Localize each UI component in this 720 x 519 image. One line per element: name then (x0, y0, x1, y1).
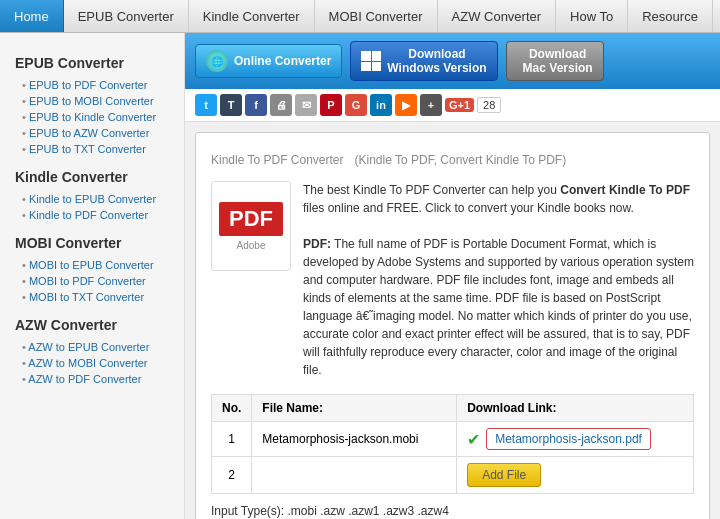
sidebar-section-epub: EPUB Converter (0, 43, 184, 77)
main-container: EPUB Converter EPUB to PDF Converter EPU… (0, 33, 720, 519)
share-icon[interactable]: ▶ (395, 94, 417, 116)
facebook-icon[interactable]: f (245, 94, 267, 116)
nav-item-about[interactable]: About (713, 0, 720, 32)
download-mac-button[interactable]: Download Mac Version (506, 41, 604, 81)
table-row: 1 Metamorphosis-jackson.mobi ✔ Metamorph… (212, 422, 694, 457)
nav-item-resource[interactable]: Resource (628, 0, 713, 32)
online-converter-button[interactable]: 🌐 Online Converter (195, 44, 342, 78)
sidebar-link-azw-pdf[interactable]: AZW to PDF Converter (0, 371, 184, 387)
converter-table: No. File Name: Download Link: 1 Metamorp… (211, 394, 694, 494)
share-count: 28 (477, 97, 501, 113)
print-icon[interactable]: 🖨 (270, 94, 292, 116)
sidebar: EPUB Converter EPUB to PDF Converter EPU… (0, 33, 185, 519)
sidebar-link-epub-txt[interactable]: EPUB to TXT Converter (0, 141, 184, 157)
intro-text: The best Kindle To PDF Converter can hel… (303, 181, 694, 379)
tumblr-icon[interactable]: T (220, 94, 242, 116)
pdf-label: PDF (219, 202, 283, 236)
content-area: 🌐 Online Converter Download Windows Vers… (185, 33, 720, 519)
row1-filename: Metamorphosis-jackson.mobi (252, 422, 457, 457)
nav-item-azw[interactable]: AZW Converter (438, 0, 557, 32)
nav-item-mobi[interactable]: MOBI Converter (315, 0, 438, 32)
adobe-label: Adobe (237, 240, 266, 251)
windows-icon (361, 51, 381, 71)
sidebar-section-kindle: Kindle Converter (0, 157, 184, 191)
table-row-2: 2 Add File (212, 457, 694, 494)
download-link[interactable]: Metamorphosis-jackson.pdf (495, 432, 642, 446)
download-windows-button[interactable]: Download Windows Version (350, 41, 497, 81)
row2-add: Add File (457, 457, 694, 494)
nav-item-howto[interactable]: How To (556, 0, 628, 32)
row2-no: 2 (212, 457, 252, 494)
row1-download: ✔ Metamorphosis-jackson.pdf (457, 422, 694, 457)
navbar: Home EPUB Converter Kindle Converter MOB… (0, 0, 720, 33)
row1-no: 1 (212, 422, 252, 457)
row1-download-cell: ✔ Metamorphosis-jackson.pdf (467, 428, 683, 450)
google-icon[interactable]: G (345, 94, 367, 116)
pinterest-icon[interactable]: P (320, 94, 342, 116)
top-banner: 🌐 Online Converter Download Windows Vers… (185, 33, 720, 89)
gplus-badge[interactable]: G+1 (445, 98, 474, 112)
linkedin-icon[interactable]: in (370, 94, 392, 116)
add-file-button[interactable]: Add File (467, 463, 541, 487)
col-header-filename: File Name: (252, 395, 457, 422)
social-bar: t T f 🖨 ✉ P G in ▶ + G+1 28 (185, 89, 720, 122)
sidebar-link-epub-mobi[interactable]: EPUB to MOBI Converter (0, 93, 184, 109)
sidebar-link-mobi-txt[interactable]: MOBI to TXT Converter (0, 289, 184, 305)
globe-icon: 🌐 (206, 50, 228, 72)
input-types-label: Input Type(s): .mobi .azw .azw1 .azw3 .a… (211, 504, 694, 518)
intro-section: PDF Adobe The best Kindle To PDF Convert… (211, 181, 694, 379)
addthis-icon[interactable]: + (420, 94, 442, 116)
page-title: Kindle To PDF Converter (Kindle To PDF, … (211, 148, 694, 169)
sidebar-link-azw-epub[interactable]: AZW to EPUB Converter (0, 339, 184, 355)
main-content-box: Kindle To PDF Converter (Kindle To PDF, … (195, 132, 710, 519)
nav-item-kindle[interactable]: Kindle Converter (189, 0, 315, 32)
sidebar-link-mobi-epub[interactable]: MOBI to EPUB Converter (0, 257, 184, 273)
sidebar-link-epub-kindle[interactable]: EPUB to Kindle Converter (0, 109, 184, 125)
sidebar-link-kindle-epub[interactable]: Kindle to EPUB Converter (0, 191, 184, 207)
twitter-icon[interactable]: t (195, 94, 217, 116)
check-icon: ✔ (467, 430, 480, 449)
pdf-desc-text: The full name of PDF is Portable Documen… (303, 237, 694, 377)
pdf-desc-title: PDF: (303, 237, 331, 251)
sidebar-section-mobi: MOBI Converter (0, 223, 184, 257)
intro-bold: Convert Kindle To PDF (560, 183, 690, 197)
sidebar-link-epub-azw[interactable]: EPUB to AZW Converter (0, 125, 184, 141)
nav-item-home[interactable]: Home (0, 0, 64, 32)
email-icon[interactable]: ✉ (295, 94, 317, 116)
download-link-box: Metamorphosis-jackson.pdf (486, 428, 651, 450)
sidebar-link-mobi-pdf[interactable]: MOBI to PDF Converter (0, 273, 184, 289)
sidebar-link-azw-mobi[interactable]: AZW to MOBI Converter (0, 355, 184, 371)
sidebar-link-epub-pdf[interactable]: EPUB to PDF Converter (0, 77, 184, 93)
nav-item-epub[interactable]: EPUB Converter (64, 0, 189, 32)
sidebar-link-kindle-pdf[interactable]: Kindle to PDF Converter (0, 207, 184, 223)
sidebar-section-azw: AZW Converter (0, 305, 184, 339)
col-header-download: Download Link: (457, 395, 694, 422)
col-header-no: No. (212, 395, 252, 422)
pdf-icon-image: PDF Adobe (211, 181, 291, 271)
row2-filename (252, 457, 457, 494)
